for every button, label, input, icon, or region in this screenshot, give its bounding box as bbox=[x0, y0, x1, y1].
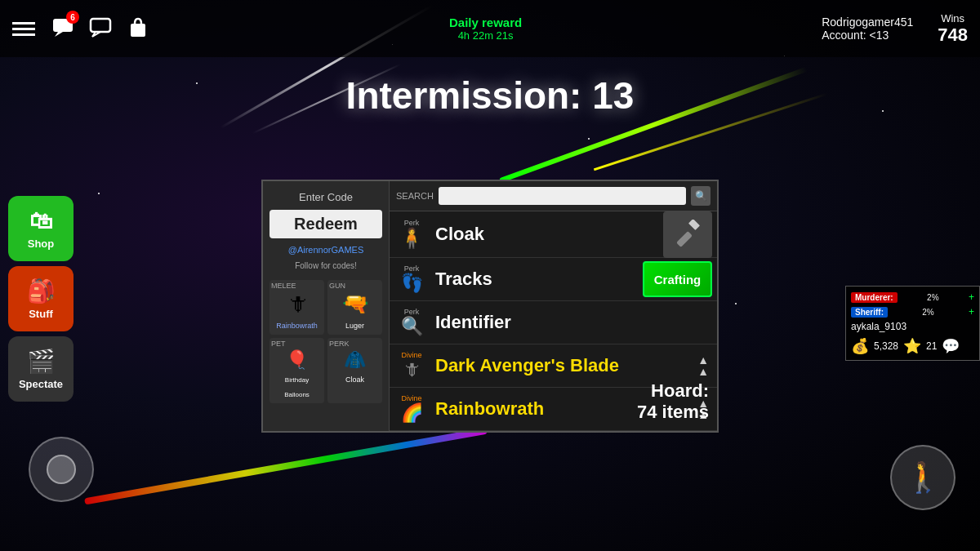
perk-row-identifier[interactable]: Perk 🔍 Identifier bbox=[390, 301, 717, 344]
perk-icon-cloak: Perk 🧍 bbox=[394, 217, 429, 251]
perk-item-name: Cloak bbox=[345, 375, 364, 384]
pet-item[interactable]: PET 🎈 Birthday Balloons bbox=[270, 338, 324, 403]
melee-item-name: Rainbowrath bbox=[276, 322, 318, 330]
player-name: aykala_9103 bbox=[851, 321, 974, 332]
joystick-inner bbox=[47, 455, 76, 484]
enter-code-label: Enter Code bbox=[299, 191, 353, 203]
username: Rodrigogamer451 bbox=[822, 16, 913, 29]
left-sidebar: 🛍 Shop 🎒 Stuff 🎬 Spectate bbox=[8, 196, 74, 402]
daily-reward-label: Daily reward bbox=[149, 16, 822, 29]
chat2-icon[interactable] bbox=[89, 16, 112, 42]
hoard-section: Hoard: 74 items bbox=[637, 380, 709, 423]
search-input[interactable] bbox=[439, 187, 686, 205]
arrow-up[interactable]: ▲ bbox=[697, 354, 709, 366]
shop-icon: 🛍 bbox=[29, 207, 52, 234]
dark-avenger-silhouette: 🗡 bbox=[403, 359, 421, 380]
perk-icon-identifier: Perk 🔍 bbox=[394, 305, 429, 340]
search-button[interactable]: 🔍 bbox=[691, 186, 710, 206]
intermission-text: Intermission: 13 bbox=[346, 73, 635, 118]
top-right: Rodrigogamer451 Account: <13 Wins 748 bbox=[822, 12, 968, 46]
main-panel: Enter Code Redeem @AirennorGAMES Follow … bbox=[261, 180, 719, 433]
star-icon: ⭐ bbox=[903, 337, 921, 355]
sheriff-row: Sheriff: 2% + bbox=[851, 306, 974, 318]
arrow-down[interactable]: ▲ bbox=[697, 366, 709, 377]
daily-reward-time: 4h 22m 21s bbox=[149, 29, 822, 42]
perks-section: SEARCH 🔍 Perk 🧍 Cloak Perk 👣 bbox=[390, 181, 717, 431]
score-icons: 💰 5,328 ⭐ 21 💬 bbox=[851, 337, 974, 355]
search-label: SEARCH bbox=[396, 191, 434, 201]
divine-tag-dark-avenger: Divine bbox=[401, 351, 421, 359]
pet-label: PET bbox=[271, 340, 286, 348]
shop-label: Shop bbox=[28, 238, 55, 250]
sheriff-plus[interactable]: + bbox=[969, 306, 974, 318]
cloak-perk-name: Cloak bbox=[435, 224, 663, 245]
follow-text: Follow for codes! bbox=[295, 261, 357, 270]
loadout-grid: MELEE 🗡 Rainbowrath GUN 🔫 Luger PET 🎈 Bi… bbox=[270, 280, 382, 403]
perk-icon-dark-avenger: Divine 🗡 bbox=[394, 349, 429, 383]
svg-marker-1 bbox=[55, 32, 63, 37]
spectate-button[interactable]: 🎬 Spectate bbox=[8, 336, 74, 402]
perk-item[interactable]: PERK 🧥 Cloak bbox=[327, 338, 382, 403]
stuff-label: Stuff bbox=[29, 308, 53, 320]
chat-icon[interactable]: 6 bbox=[51, 16, 74, 42]
spectate-label: Spectate bbox=[19, 378, 63, 390]
top-center: Daily reward 4h 22m 21s bbox=[149, 16, 822, 42]
sheriff-badge: Sheriff: bbox=[851, 307, 888, 318]
divine-tag-rainbowrath: Divine bbox=[401, 394, 421, 402]
svg-rect-6 bbox=[676, 231, 693, 247]
gun-label: GUN bbox=[329, 282, 345, 290]
sheriff-pct: 2% bbox=[922, 308, 933, 317]
identifier-silhouette: 🔍 bbox=[401, 316, 423, 337]
melee-label: MELEE bbox=[271, 282, 296, 290]
svg-rect-5 bbox=[688, 220, 700, 230]
scroll-arrows-dark-avenger: ▲ ▲ bbox=[697, 354, 709, 377]
coin-icon: 💰 bbox=[851, 337, 869, 355]
tracks-perk-name: Tracks bbox=[435, 269, 643, 290]
murderer-badge: Murderer: bbox=[851, 292, 898, 303]
gun-item-name: Luger bbox=[345, 322, 364, 330]
murderer-pct: 2% bbox=[927, 293, 938, 302]
dark-avenger-name: Dark Avenger's Blade bbox=[435, 355, 697, 376]
top-bar: 6 Daily reward 4h 22m 21s Rodrigogamer45… bbox=[0, 0, 980, 57]
murderer-row: Murderer: 2% + bbox=[851, 291, 974, 303]
player-icon[interactable]: 🚶 bbox=[890, 445, 956, 510]
tracks-silhouette: 👣 bbox=[401, 273, 423, 294]
code-section: Enter Code Redeem @AirennorGAMES Follow … bbox=[263, 181, 390, 431]
perk-row-cloak[interactable]: Perk 🧍 Cloak bbox=[390, 211, 717, 258]
bag-icon[interactable] bbox=[127, 16, 149, 42]
rainbowrath-silhouette: 🌈 bbox=[401, 402, 423, 424]
right-panel: Murderer: 2% + Sheriff: 2% + aykala_9103… bbox=[845, 286, 980, 361]
hoard-count: 74 items bbox=[637, 402, 709, 423]
joystick[interactable] bbox=[29, 437, 94, 502]
svg-rect-4 bbox=[131, 24, 145, 37]
redeem-button[interactable]: Redeem bbox=[270, 210, 382, 238]
wins-block: Wins 748 bbox=[938, 12, 968, 46]
svg-rect-2 bbox=[91, 19, 110, 32]
coins-count: 5,328 bbox=[874, 340, 898, 352]
craft-icon bbox=[663, 211, 712, 258]
username-block: Rodrigogamer451 Account: <13 bbox=[822, 16, 913, 42]
melee-item[interactable]: MELEE 🗡 Rainbowrath bbox=[270, 280, 324, 335]
cloak-silhouette: 🧍 bbox=[399, 227, 424, 250]
search-bar: SEARCH 🔍 bbox=[390, 181, 717, 211]
wins-count: 748 bbox=[938, 24, 968, 46]
account: Account: <13 bbox=[822, 29, 913, 42]
stars-count: 21 bbox=[926, 340, 937, 352]
airenor-text: @AirennorGAMES bbox=[288, 245, 363, 255]
perk-row-tracks[interactable]: Perk 👣 Tracks Crafting bbox=[390, 258, 717, 301]
gun-item[interactable]: GUN 🔫 Luger bbox=[327, 280, 382, 335]
hoard-label: Hoard: bbox=[637, 380, 709, 402]
identifier-perk-name: Identifier bbox=[435, 312, 712, 333]
murderer-plus[interactable]: + bbox=[969, 291, 974, 303]
spectate-icon: 🎬 bbox=[27, 348, 56, 375]
shop-button[interactable]: 🛍 Shop bbox=[8, 196, 74, 261]
chat-icon-score: 💬 bbox=[942, 337, 960, 355]
perk-icon-rainbowrath: Divine 🌈 bbox=[394, 392, 429, 426]
chat-badge: 6 bbox=[66, 11, 79, 24]
crafting-button[interactable]: Crafting bbox=[643, 261, 712, 297]
perk-icon-tracks: Perk 👣 bbox=[394, 262, 429, 296]
top-bar-icons: 6 bbox=[51, 16, 149, 42]
stuff-button[interactable]: 🎒 Stuff bbox=[8, 266, 74, 331]
perk-tag-cloak: Perk bbox=[404, 219, 420, 227]
menu-icon[interactable] bbox=[12, 22, 35, 36]
